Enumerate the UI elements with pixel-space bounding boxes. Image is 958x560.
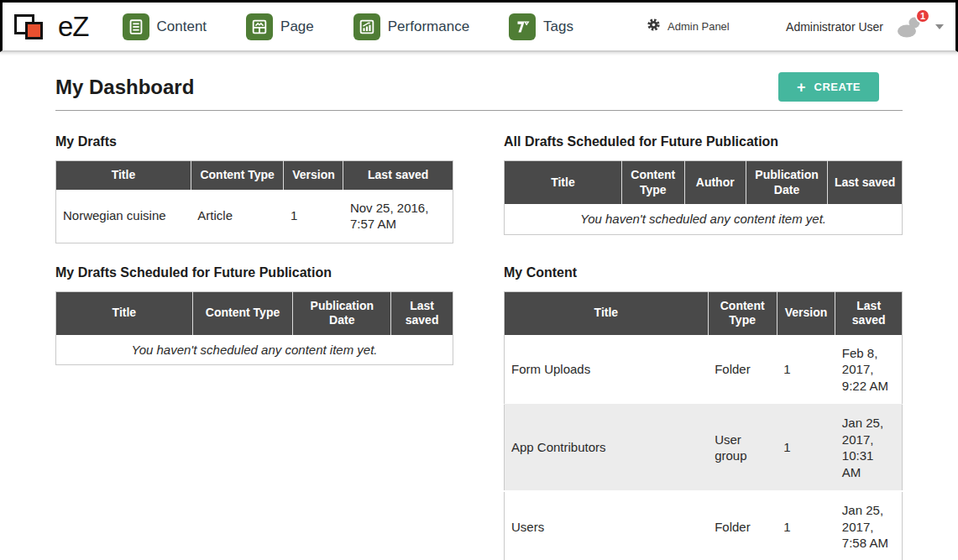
admin-panel-label: Admin Panel: [667, 20, 730, 33]
column-header: Title: [505, 291, 709, 335]
ez-logo[interactable]: eZ: [13, 9, 89, 44]
nav-item-tags[interactable]: Tags: [509, 13, 573, 40]
my-content-title: My Content: [504, 265, 903, 280]
nav-label-performance: Performance: [388, 18, 469, 35]
column-header: Content Type: [192, 291, 293, 335]
ez-logo-text: eZ: [58, 11, 89, 43]
gear-icon: [647, 18, 661, 35]
column-header: Content Type: [191, 161, 284, 190]
table-row[interactable]: Form Uploads Folder 1 Feb 8, 2017, 9:22 …: [505, 335, 903, 405]
my-content-table: Title Content Type Version Last saved Fo…: [504, 291, 903, 560]
column-header: Content Type: [708, 291, 777, 335]
chevron-down-icon[interactable]: [935, 24, 944, 29]
cell-content-type: User group: [708, 405, 777, 492]
cell-version: 1: [284, 190, 343, 243]
dashboard-grid: My Drafts Title Content Type Version Las…: [55, 134, 903, 560]
cell-content-type: Folder: [708, 491, 777, 560]
cell-title: Users: [505, 491, 709, 560]
my-drafts-title: My Drafts: [55, 134, 453, 149]
main-nav: Content Page: [123, 13, 614, 40]
nav-label-tags: Tags: [543, 18, 573, 35]
table-header-row: Title Content Type Version Last saved: [505, 291, 903, 335]
page-icon: [246, 13, 273, 40]
cell-title: Form Uploads: [505, 335, 709, 405]
cell-last-saved: Nov 25, 2016, 7:57 AM: [343, 190, 453, 243]
column-header: Version: [777, 291, 835, 335]
my-drafts-scheduled-title: My Drafts Scheduled for Future Publicati…: [55, 265, 453, 280]
user-name: Administrator User: [786, 20, 883, 34]
column-header: Title: [56, 161, 191, 190]
cell-version: 1: [777, 335, 835, 405]
title-divider: [55, 110, 903, 111]
table-header-row: Title Content Type Version Last saved: [56, 161, 453, 190]
cell-title: App Contributors: [505, 405, 709, 492]
notification-badge: 1: [915, 8, 930, 24]
admin-panel-button[interactable]: Admin Panel: [647, 18, 730, 35]
column-header: Author: [684, 161, 746, 205]
nav-label-page: Page: [280, 18, 314, 35]
all-drafts-scheduled-table: Title Content Type Author Publication Da…: [504, 160, 903, 235]
content-icon: [123, 13, 149, 40]
cell-version: 1: [777, 405, 835, 492]
user-menu: Administrator User 1: [786, 16, 944, 38]
cell-title: Norwegian cuisine: [56, 190, 191, 243]
cell-content-type: Folder: [708, 335, 777, 405]
ez-logo-icon: [13, 9, 53, 44]
my-drafts-scheduled-table: Title Content Type Publication Date Last…: [55, 291, 453, 366]
column-header: Title: [56, 291, 193, 335]
nav-label-content: Content: [157, 18, 207, 35]
table-row[interactable]: Users Folder 1 Jan 25, 2017, 7:58 AM: [505, 491, 903, 560]
tags-icon: [509, 13, 536, 40]
column-header: Last saved: [835, 291, 903, 335]
plus-icon: +: [797, 81, 806, 93]
create-button-label: CREATE: [814, 81, 861, 93]
table-header-row: Title Content Type Publication Date Last…: [56, 291, 453, 335]
top-navigation-bar: eZ Content Pag: [0, 0, 958, 52]
column-header: Last saved: [391, 291, 453, 335]
column-header: Version: [284, 161, 343, 190]
nav-item-page[interactable]: Page: [246, 13, 314, 40]
table-row[interactable]: App Contributors User group 1 Jan 25, 20…: [505, 405, 903, 492]
all-drafts-scheduled-section: All Drafts Scheduled for Future Publicat…: [504, 134, 903, 243]
ez-logo-orange-square: [25, 22, 43, 39]
my-content-section: My Content Title Content Type Version La…: [504, 265, 903, 560]
empty-state-message: You haven't scheduled any content item y…: [505, 204, 903, 234]
column-header: Last saved: [828, 161, 903, 205]
cell-last-saved: Jan 25, 2017, 10:31 AM: [835, 405, 903, 492]
column-header: Title: [505, 161, 622, 205]
column-header: Content Type: [621, 161, 684, 205]
all-drafts-scheduled-title: All Drafts Scheduled for Future Publicat…: [504, 134, 903, 149]
column-header: Publication Date: [746, 161, 828, 205]
empty-state-row: You haven't scheduled any content item y…: [505, 204, 903, 234]
my-drafts-scheduled-section: My Drafts Scheduled for Future Publicati…: [55, 265, 453, 560]
empty-state-message: You haven't scheduled any content item y…: [56, 335, 453, 365]
table-header-row: Title Content Type Author Publication Da…: [505, 161, 903, 205]
my-drafts-section: My Drafts Title Content Type Version Las…: [55, 134, 453, 243]
empty-state-row: You haven't scheduled any content item y…: [56, 335, 453, 365]
page-header: My Dashboard + CREATE: [55, 72, 903, 102]
create-button[interactable]: + CREATE: [778, 72, 879, 102]
page-title: My Dashboard: [55, 76, 194, 99]
my-drafts-table: Title Content Type Version Last saved No…: [55, 160, 453, 243]
dashboard-main: My Dashboard + CREATE My Drafts Title Co…: [0, 52, 958, 560]
nav-item-content[interactable]: Content: [123, 13, 207, 40]
cell-last-saved: Feb 8, 2017, 9:22 AM: [835, 335, 903, 405]
cell-last-saved: Jan 25, 2017, 7:58 AM: [835, 491, 903, 560]
cell-content-type: Article: [191, 190, 284, 243]
user-avatar[interactable]: 1: [895, 16, 924, 38]
column-header: Publication Date: [293, 291, 391, 335]
column-header: Last saved: [343, 161, 453, 190]
table-row[interactable]: Norwegian cuisine Article 1 Nov 25, 2016…: [56, 190, 453, 243]
performance-icon: [353, 13, 380, 40]
cell-version: 1: [777, 491, 835, 560]
nav-item-performance[interactable]: Performance: [353, 13, 469, 40]
